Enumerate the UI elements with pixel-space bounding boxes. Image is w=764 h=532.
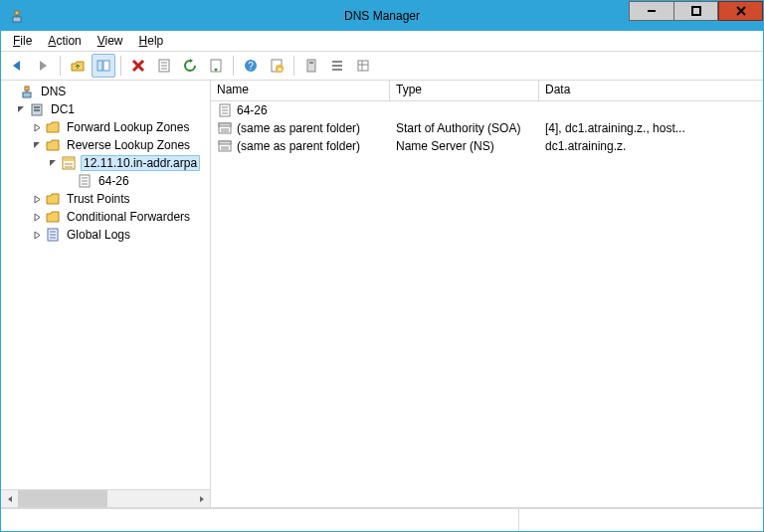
expand-icon[interactable] bbox=[31, 121, 43, 133]
expand-icon[interactable] bbox=[31, 229, 43, 241]
folder-icon bbox=[45, 137, 61, 153]
properties-button[interactable] bbox=[152, 54, 176, 78]
cell-type: Start of Authority (SOA) bbox=[390, 121, 539, 135]
svg-rect-1 bbox=[15, 11, 19, 15]
scroll-left-button[interactable] bbox=[1, 490, 18, 507]
cell-name-text: (same as parent folder) bbox=[237, 121, 360, 135]
tree-reverse-lookup-zones[interactable]: Reverse Lookup Zones bbox=[1, 136, 210, 154]
menu-action[interactable]: Action bbox=[42, 33, 87, 49]
svg-rect-30 bbox=[25, 87, 29, 90]
collapse-icon[interactable] bbox=[31, 139, 43, 151]
tree-hscrollbar[interactable] bbox=[1, 489, 210, 507]
nav-back-button[interactable] bbox=[5, 54, 29, 78]
file-icon bbox=[217, 102, 233, 118]
tree-label: Conditional Forwarders bbox=[65, 210, 192, 224]
toolbar-separator bbox=[293, 56, 294, 76]
tree-conditional-forwarders[interactable]: Conditional Forwarders bbox=[1, 208, 210, 226]
window-controls bbox=[629, 1, 763, 31]
svg-rect-0 bbox=[13, 17, 21, 22]
tree-forward-lookup-zones[interactable]: Forward Lookup Zones bbox=[1, 118, 210, 136]
svg-rect-22 bbox=[309, 62, 313, 64]
tree-label: 64-26 bbox=[96, 174, 131, 188]
svg-rect-34 bbox=[34, 109, 40, 111]
list-header: Name Type Data bbox=[211, 81, 763, 101]
svg-rect-33 bbox=[34, 106, 40, 108]
delete-button[interactable] bbox=[126, 54, 150, 78]
svg-rect-29 bbox=[23, 92, 31, 97]
tree-server-dc1[interactable]: DC1 bbox=[1, 100, 210, 118]
tree-trust-points[interactable]: Trust Points bbox=[1, 190, 210, 208]
cell-name: (same as parent folder) bbox=[211, 120, 390, 136]
cell-name-text: 64-26 bbox=[237, 103, 268, 117]
app-window: DNS Manager File Action View Help bbox=[0, 0, 764, 532]
menu-file[interactable]: File bbox=[7, 33, 38, 49]
svg-text:?: ? bbox=[248, 61, 254, 72]
refresh-button[interactable] bbox=[178, 54, 202, 78]
tree-view[interactable]: DNS DC1 Forward Lookup Zones bbox=[1, 81, 210, 489]
tree-label: DC1 bbox=[49, 102, 77, 116]
server-icon bbox=[29, 101, 45, 117]
help-button[interactable]: ? bbox=[239, 54, 263, 78]
tree-sub-node[interactable]: 64-26 bbox=[1, 172, 210, 190]
list-row[interactable]: 64-26 bbox=[211, 101, 763, 119]
list-row[interactable]: (same as parent folder)Start of Authorit… bbox=[211, 119, 763, 137]
app-icon bbox=[7, 6, 27, 26]
menu-help[interactable]: Help bbox=[133, 33, 170, 49]
cell-data: dc1.atraining.z. bbox=[539, 139, 758, 153]
close-button[interactable] bbox=[718, 1, 763, 21]
minimize-button[interactable] bbox=[629, 1, 673, 21]
record-icon bbox=[217, 138, 233, 154]
list-body[interactable]: 64-26(same as parent folder)Start of Aut… bbox=[211, 101, 763, 507]
expand-icon[interactable] bbox=[31, 193, 43, 205]
nav-forward-button[interactable] bbox=[31, 54, 55, 78]
toolbar-separator bbox=[120, 56, 121, 76]
list-row[interactable]: (same as parent folder)Name Server (NS)d… bbox=[211, 137, 763, 155]
tree-zone-selected[interactable]: 12.11.10.in-addr.arpa bbox=[1, 154, 210, 172]
svg-text:★: ★ bbox=[277, 66, 283, 73]
column-header-data[interactable]: Data bbox=[539, 81, 758, 100]
export-list-button[interactable] bbox=[204, 54, 228, 78]
new-container-button[interactable]: ★ bbox=[265, 54, 288, 78]
scroll-track[interactable] bbox=[18, 490, 193, 507]
collapse-icon[interactable] bbox=[47, 157, 59, 169]
toolbar: ? ★ bbox=[1, 52, 763, 81]
scroll-right-button[interactable] bbox=[193, 490, 210, 507]
blank-exp bbox=[63, 175, 75, 187]
tree-panel: DNS DC1 Forward Lookup Zones bbox=[1, 81, 211, 507]
detail-view-button[interactable] bbox=[351, 54, 375, 78]
tree-label: Reverse Lookup Zones bbox=[65, 138, 192, 152]
maximize-button[interactable] bbox=[673, 1, 718, 21]
tree-label: DNS bbox=[39, 85, 68, 98]
cell-name: 64-26 bbox=[211, 102, 390, 118]
tree-root-dns[interactable]: DNS bbox=[1, 83, 210, 100]
column-header-name[interactable]: Name bbox=[211, 81, 390, 100]
column-header-type[interactable]: Type bbox=[390, 81, 539, 100]
expand-icon[interactable] bbox=[31, 211, 43, 223]
svg-rect-26 bbox=[358, 61, 368, 71]
folder-icon bbox=[45, 191, 61, 207]
tree-global-logs[interactable]: Global Logs bbox=[1, 226, 210, 244]
status-pane bbox=[519, 509, 763, 531]
titlebar: DNS Manager bbox=[1, 1, 763, 31]
up-folder-button[interactable] bbox=[66, 54, 90, 78]
folder-icon bbox=[45, 119, 61, 135]
folder-icon bbox=[45, 209, 61, 225]
collapse-icon[interactable] bbox=[15, 103, 27, 115]
cell-data: [4], dc1.atraining.z., host... bbox=[539, 121, 758, 135]
cell-name-text: (same as parent folder) bbox=[237, 139, 360, 153]
main-area: DNS DC1 Forward Lookup Zones bbox=[1, 81, 763, 508]
blank-exp bbox=[5, 86, 17, 97]
list-view-button[interactable] bbox=[325, 54, 349, 78]
menu-view[interactable]: View bbox=[92, 33, 129, 49]
svg-rect-56 bbox=[219, 141, 231, 144]
show-tree-button[interactable] bbox=[92, 54, 115, 78]
menubar: File Action View Help bbox=[1, 31, 763, 52]
svg-rect-36 bbox=[64, 158, 74, 161]
svg-rect-21 bbox=[307, 60, 315, 72]
log-icon bbox=[45, 227, 61, 243]
toolbar-separator bbox=[60, 56, 61, 76]
zone-icon bbox=[61, 155, 77, 171]
scroll-thumb[interactable] bbox=[18, 490, 107, 507]
filter-button[interactable] bbox=[299, 54, 323, 78]
list-panel: Name Type Data 64-26(same as parent fold… bbox=[211, 81, 763, 507]
